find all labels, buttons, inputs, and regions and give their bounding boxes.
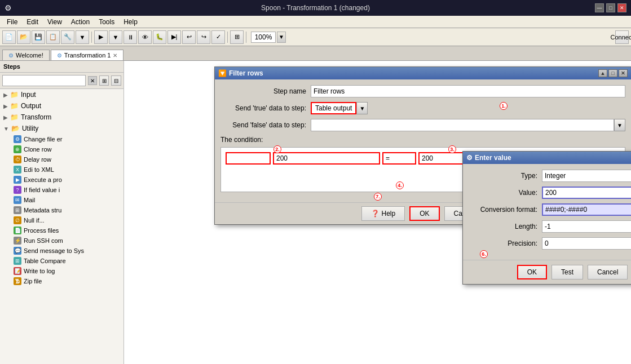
filter-dialog-up-btn[interactable]: ▲	[598, 69, 607, 77]
delay-row-icon: ⏱	[14, 156, 21, 163]
menu-bar: File Edit View Action Tools Help	[0, 16, 631, 28]
menu-view[interactable]: View	[43, 17, 67, 27]
sidebar-item-run-ssh[interactable]: ⚡ Run SSH com	[0, 236, 123, 246]
sidebar-item-if-field[interactable]: ? If field value i	[0, 185, 123, 195]
sidebar-item-delay-row[interactable]: ⏱ Delay row	[0, 154, 123, 165]
toolbar-save[interactable]: 💾	[32, 30, 45, 44]
restore-button[interactable]: □	[606, 3, 615, 12]
toolbar-explore[interactable]: 🔧	[61, 30, 74, 44]
precision-input[interactable]	[542, 237, 631, 250]
tab-welcome[interactable]: ⚙ Welcome!	[2, 50, 50, 60]
toolbar-pause[interactable]: ⏸	[123, 30, 137, 44]
value-label: Value:	[469, 189, 542, 197]
sidebar-item-mail[interactable]: ✉ Mail	[0, 195, 123, 205]
sidebar-item-change-file[interactable]: ⚙ Change file er	[0, 134, 123, 144]
connect-button[interactable]: Connect	[615, 30, 629, 44]
menu-tools[interactable]: Tools	[94, 17, 119, 27]
send-false-dropdown-btn[interactable]: ▼	[614, 119, 625, 131]
toolbar-new[interactable]: 📄	[2, 30, 16, 44]
toolbar-check[interactable]: ✓	[211, 30, 225, 44]
condition-field-value[interactable]	[273, 152, 380, 165]
search-input[interactable]	[2, 75, 86, 86]
filter-dialog-restore-btn[interactable]: □	[608, 69, 617, 77]
section-input[interactable]: ▶ 📁 Input	[0, 89, 123, 100]
enter-dialog-content: Type: ▼ Value: 5.	[463, 164, 631, 260]
type-input[interactable]	[542, 170, 631, 182]
menu-help[interactable]: Help	[119, 17, 142, 27]
toolbar-replay[interactable]: ↩	[182, 30, 196, 44]
help-button[interactable]: ❓ Help	[361, 206, 405, 221]
minimize-button[interactable]: —	[595, 3, 604, 12]
sidebar-search-bar: ✕ ⊞ ⊟	[0, 73, 123, 89]
sidebar-item-metadata[interactable]: ⊞ Metadata stru	[0, 205, 123, 215]
title-bar-left: ⚙	[5, 3, 12, 12]
section-transform[interactable]: ▶ 📁 Transform	[0, 112, 123, 123]
expand-all-button[interactable]: ⊞	[99, 76, 109, 86]
zoom-dropdown[interactable]: ▼	[277, 32, 286, 43]
sidebar-item-zip-file[interactable]: 🗜 Zip file	[0, 276, 123, 286]
send-false-input[interactable]	[311, 119, 614, 131]
toolbar-grid[interactable]: ⊞	[230, 30, 244, 44]
sidebar-item-table-compare[interactable]: ⊞ Table Compare	[0, 256, 123, 266]
step-name-input[interactable]	[311, 85, 625, 97]
conversion-row: Conversion format: ▼	[469, 203, 631, 216]
condition-field-empty[interactable]	[226, 152, 271, 165]
enter-dialog-footer: 6. OK Test Cancel	[463, 260, 631, 284]
enter-cancel-button[interactable]: Cancel	[588, 265, 628, 279]
change-file-icon: ⚙	[14, 135, 21, 143]
sidebar-item-execute[interactable]: ▶ Execute a pro	[0, 175, 123, 185]
enter-ok-button[interactable]: OK	[517, 265, 547, 279]
sidebar-item-clone-row[interactable]: ⊕ Clone row	[0, 144, 123, 154]
menu-action[interactable]: Action	[67, 17, 94, 27]
folder-icon-output: 📁	[10, 102, 19, 110]
precision-row: Precision:	[469, 237, 631, 250]
zoom-input[interactable]: 100%	[251, 32, 276, 43]
toolbar-run-dropdown[interactable]: ▼	[109, 30, 122, 44]
step-name-label: Step name	[220, 87, 311, 95]
close-button[interactable]: ✕	[617, 3, 626, 12]
filter-title-area: 🔽 Filter rows	[218, 69, 263, 77]
sidebar-item-edi-xml[interactable]: X Edi to XML	[0, 165, 123, 175]
sidebar-item-send-message[interactable]: 💬 Send message to Sys	[0, 246, 123, 256]
enter-value-dialog: ⚙ Enter value ▲ □ ✕ Type:	[462, 151, 631, 285]
toolbar-stop[interactable]: 👁	[138, 30, 152, 44]
clear-search-button[interactable]: ✕	[88, 76, 97, 85]
toolbar-step[interactable]: ▶|	[167, 30, 181, 44]
tab-transformation[interactable]: ⚙ Transformation 1 ✕	[51, 50, 124, 60]
help-icon: ❓	[371, 210, 380, 217]
value-input[interactable]	[542, 187, 631, 199]
menu-file[interactable]: File	[2, 17, 22, 27]
send-true-dropdown-btn[interactable]: ▼	[356, 102, 368, 114]
condition-op-input[interactable]	[382, 152, 416, 165]
toolbar-dropdown[interactable]: ▼	[76, 30, 89, 44]
edi-xml-icon: X	[14, 166, 21, 174]
toolbar-open[interactable]: 📂	[17, 30, 30, 44]
type-label: Type:	[469, 172, 542, 180]
filter-dialog-close-btn[interactable]: ✕	[619, 69, 628, 77]
toolbar-saveas[interactable]: 📋	[46, 30, 60, 44]
toolbar-debug[interactable]: 🐛	[153, 30, 166, 44]
steps-label: Steps	[0, 61, 123, 73]
conversion-input-area: ▼	[542, 203, 631, 216]
sidebar-item-write-log[interactable]: 📝 Write to log	[0, 266, 123, 276]
title-bar-controls: — □ ✕	[595, 3, 626, 12]
section-output[interactable]: ▶ 📁 Output	[0, 100, 123, 112]
clone-row-icon: ⊕	[14, 145, 21, 153]
enter-test-button[interactable]: Test	[551, 265, 583, 279]
sidebar-item-null-if[interactable]: ∅ Null if...	[0, 215, 123, 225]
menu-edit[interactable]: Edit	[22, 17, 43, 27]
ok-button[interactable]: OK	[409, 206, 439, 221]
tab-close-icon[interactable]: ✕	[113, 52, 117, 59]
toolbar-run[interactable]: ▶	[94, 30, 108, 44]
collapse-all-button[interactable]: ⊟	[111, 76, 121, 86]
section-utility[interactable]: ▼ 📂 Utility	[0, 123, 123, 134]
toolbar-replay2[interactable]: ↪	[197, 30, 210, 44]
length-input[interactable]	[542, 220, 631, 233]
sidebar-item-process-files[interactable]: 📄 Process files	[0, 225, 123, 236]
filter-title-btns: ▲ □ ✕	[598, 69, 628, 77]
conversion-input[interactable]	[542, 203, 631, 216]
send-true-row: Send 'true' data to step: Table output ▼…	[220, 102, 625, 114]
table-output-value: Table output	[311, 102, 356, 114]
expand-icon-utility: ▼	[3, 126, 9, 132]
send-message-icon: 💬	[14, 247, 21, 255]
